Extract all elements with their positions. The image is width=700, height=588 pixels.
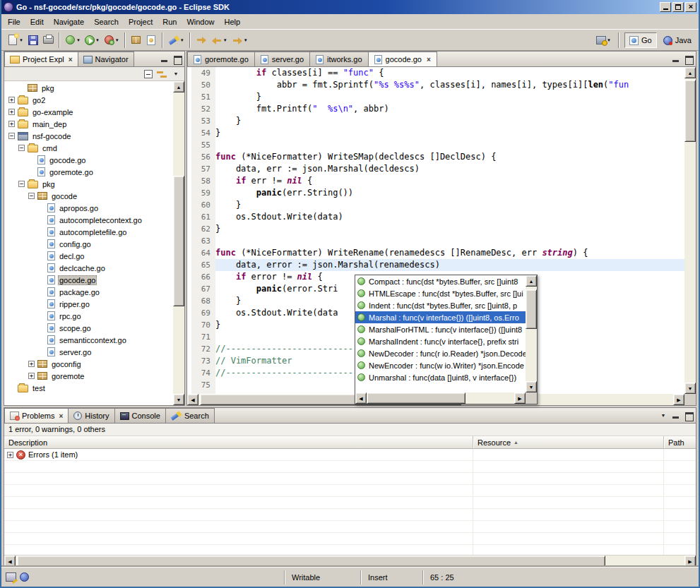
tab-problems[interactable]: Problems × bbox=[4, 408, 69, 423]
expand-icon[interactable]: + bbox=[8, 97, 15, 103]
tree-item-goremote-go[interactable]: goremote.go bbox=[4, 166, 173, 178]
tab-goremote-go[interactable]: goremote.go bbox=[187, 52, 255, 66]
open-perspective-button[interactable]: ▼ bbox=[594, 32, 613, 49]
menu-item-search[interactable]: Search bbox=[89, 16, 124, 28]
search-button[interactable]: ▼ bbox=[166, 32, 186, 49]
menu-item-edit[interactable]: Edit bbox=[25, 16, 49, 28]
project-tree-scrollbar[interactable]: ▲ ▼ bbox=[173, 81, 184, 405]
expand-icon[interactable]: + bbox=[28, 361, 35, 367]
expand-icon[interactable]: + bbox=[28, 373, 35, 379]
expand-icon[interactable]: + bbox=[8, 109, 15, 115]
collapse-icon[interactable]: − bbox=[8, 133, 15, 139]
scroll-left-icon[interactable]: ◀ bbox=[355, 392, 367, 404]
column-description[interactable]: Description bbox=[4, 436, 473, 448]
scroll-down-icon[interactable]: ▼ bbox=[173, 394, 184, 405]
autocomplete-item[interactable]: Compact : func(dst *bytes.Buffer, src []… bbox=[355, 275, 526, 287]
scrollbar-thumb[interactable] bbox=[526, 289, 537, 329]
editor-vertical-scrollbar[interactable]: ▲ ▼ bbox=[684, 67, 696, 394]
forward-button[interactable]: ▼ bbox=[230, 32, 250, 49]
tab-search[interactable]: Search bbox=[165, 408, 215, 423]
scroll-right-icon[interactable]: ▶ bbox=[673, 394, 684, 405]
collapse-all-icon[interactable] bbox=[144, 70, 153, 78]
debug-button[interactable]: ▼ bbox=[63, 32, 83, 49]
maximize-view-button[interactable] bbox=[684, 54, 694, 64]
save-button[interactable] bbox=[25, 32, 41, 49]
autocomplete-item[interactable]: MarshalForHTML : func(v interface{}) ([]… bbox=[355, 323, 526, 335]
tree-item-pkg[interactable]: pkg bbox=[4, 82, 173, 94]
expand-icon[interactable]: + bbox=[7, 452, 13, 458]
scroll-right-icon[interactable]: ▶ bbox=[514, 392, 526, 404]
back-button[interactable]: ▼ bbox=[209, 32, 230, 49]
menu-item-window[interactable]: Window bbox=[182, 16, 219, 28]
tree-item-gocode[interactable]: −gocode bbox=[4, 190, 173, 202]
minimize-view-button[interactable] bbox=[671, 54, 681, 64]
tree-item-pkg[interactable]: −pkg bbox=[4, 178, 173, 190]
scroll-left-icon[interactable]: ◀ bbox=[187, 394, 198, 405]
tree-item-server-go[interactable]: server.go bbox=[4, 346, 173, 358]
tab-gocode-go[interactable]: gocode.go × bbox=[368, 52, 437, 66]
fast-view-icon[interactable] bbox=[6, 572, 16, 582]
column-path[interactable]: Path bbox=[664, 436, 696, 448]
scroll-right-icon[interactable]: ▶ bbox=[684, 556, 696, 567]
close-tab-icon[interactable]: × bbox=[59, 412, 63, 420]
autocomplete-item[interactable]: Marshal : func(v interface{}) ([]uint8, … bbox=[355, 311, 526, 323]
minimize-view-button[interactable] bbox=[671, 411, 681, 420]
tree-item-declcache-go[interactable]: declcache.go bbox=[4, 262, 173, 274]
tree-item-decl-go[interactable]: decl.go bbox=[4, 250, 173, 262]
tree-item-config-go[interactable]: config.go bbox=[4, 238, 173, 250]
tab-navigator[interactable]: Navigator bbox=[78, 52, 134, 66]
autocomplete-horizontal-scrollbar[interactable]: ◀ ▶ bbox=[355, 392, 526, 404]
scrollbar-thumb[interactable] bbox=[17, 556, 605, 567]
tree-item-semanticcontext-go[interactable]: semanticcontext.go bbox=[4, 334, 173, 346]
tree-item-goconfig[interactable]: +goconfig bbox=[4, 358, 173, 370]
scroll-up-icon[interactable]: ▲ bbox=[684, 67, 696, 78]
go-perspective-button[interactable]: Go bbox=[624, 32, 657, 48]
autocomplete-item[interactable]: Unmarshal : func(data []uint8, v interfa… bbox=[355, 371, 526, 383]
java-icon[interactable] bbox=[20, 572, 29, 582]
scrollbar-thumb[interactable] bbox=[173, 176, 184, 306]
link-with-editor-icon[interactable] bbox=[157, 70, 167, 78]
collapse-icon[interactable]: − bbox=[18, 145, 25, 151]
maximize-view-button[interactable] bbox=[172, 54, 182, 64]
tab-project-explorer[interactable]: Project Expl × bbox=[4, 52, 78, 66]
column-resource[interactable]: Resource ▲ bbox=[473, 436, 664, 448]
collapse-icon[interactable]: − bbox=[28, 193, 35, 199]
scroll-down-icon[interactable]: ▼ bbox=[526, 381, 537, 392]
new-package-button[interactable] bbox=[129, 32, 143, 49]
tree-item-autocompletefile-go[interactable]: autocompletefile.go bbox=[4, 226, 173, 238]
tree-item-go2[interactable]: +go2 bbox=[4, 94, 173, 106]
minimize-view-button[interactable] bbox=[160, 54, 170, 64]
tree-item-rpc-go[interactable]: rpc.go bbox=[4, 310, 173, 322]
tree-item-gocode-go[interactable]: gocode.go bbox=[4, 274, 173, 286]
menu-item-navigate[interactable]: Navigate bbox=[49, 16, 89, 28]
autocomplete-item[interactable]: NewDecoder : func(r io.Reader) *json.Dec… bbox=[355, 347, 526, 359]
menu-item-project[interactable]: Project bbox=[124, 16, 158, 28]
menu-item-help[interactable]: Help bbox=[220, 16, 246, 28]
tree-item-cmd[interactable]: −cmd bbox=[4, 142, 173, 154]
tree-item-ripper-go[interactable]: ripper.go bbox=[4, 298, 173, 310]
new-wizard-button[interactable]: ▼ bbox=[5, 32, 25, 49]
autocomplete-item[interactable]: NewEncoder : func(w io.Writer) *json.Enc… bbox=[355, 359, 526, 371]
tab-history[interactable]: History bbox=[68, 408, 114, 423]
scroll-up-icon[interactable]: ▲ bbox=[173, 81, 184, 92]
problems-horizontal-scrollbar[interactable]: ◀ ▶ bbox=[4, 555, 696, 566]
autocomplete-item[interactable]: HTMLEscape : func(dst *bytes.Buffer, src… bbox=[355, 287, 526, 299]
tree-item-nsf-gocode[interactable]: −nsf-gocode bbox=[4, 130, 173, 142]
close-window-button[interactable]: × bbox=[685, 2, 696, 12]
maximize-window-button[interactable] bbox=[672, 2, 684, 12]
tree-item-go-example[interactable]: +go-example bbox=[4, 106, 173, 118]
tree-item-apropos-go[interactable]: apropos.go bbox=[4, 202, 173, 214]
minimize-window-button[interactable] bbox=[660, 2, 671, 12]
scroll-up-icon[interactable]: ▲ bbox=[526, 275, 537, 287]
view-menu-icon[interactable]: ▼ bbox=[658, 411, 668, 420]
autocomplete-item[interactable]: Indent : func(dst *bytes.Buffer, src []u… bbox=[355, 299, 526, 311]
close-tab-icon[interactable]: × bbox=[69, 56, 73, 64]
tab-console[interactable]: Console bbox=[114, 408, 166, 423]
open-type-button[interactable] bbox=[143, 32, 159, 49]
scroll-left-icon[interactable]: ◀ bbox=[4, 556, 16, 567]
close-tab-icon[interactable]: × bbox=[427, 56, 431, 64]
tree-item-gocode-go[interactable]: gocode.go bbox=[4, 154, 173, 166]
print-button[interactable] bbox=[41, 32, 56, 49]
tree-item-goremote[interactable]: +goremote bbox=[4, 370, 173, 382]
expand-icon[interactable]: + bbox=[8, 121, 15, 127]
